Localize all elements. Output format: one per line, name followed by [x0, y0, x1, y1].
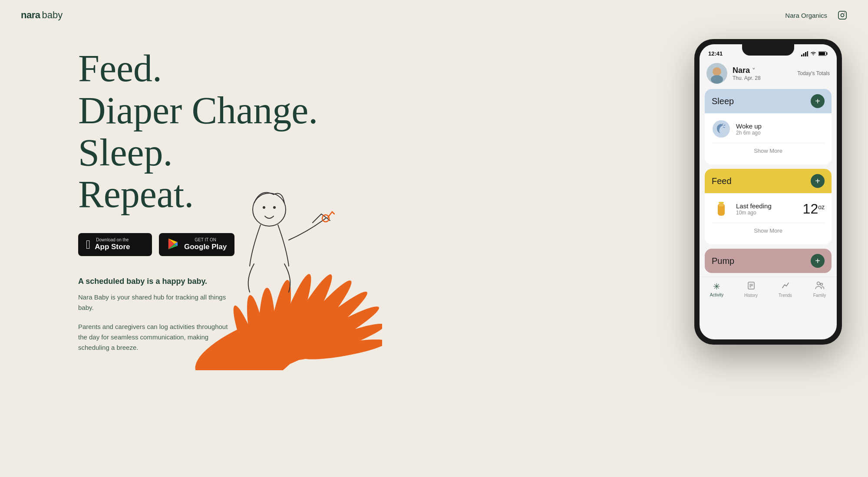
- feed-entry-text: Last feeding 10m ago: [736, 202, 798, 216]
- svg-point-31: [711, 75, 723, 84]
- google-play-text: GET IT ON Google Play: [184, 238, 227, 252]
- svg-rect-24: [803, 53, 805, 56]
- signal-icon: [801, 51, 808, 56]
- svg-rect-28: [819, 52, 825, 55]
- baby-name: Nara ˅: [733, 66, 797, 75]
- phone-mockup: 12:41: [694, 39, 842, 345]
- history-label: History: [744, 293, 758, 298]
- wifi-icon: [810, 51, 816, 56]
- store-buttons:  Download on the App Store: [78, 233, 330, 256]
- sleep-entry-text: Woke up 2h 6m ago: [736, 122, 825, 136]
- google-play-button[interactable]: GET IT ON Google Play: [159, 233, 234, 256]
- left-section: Feed. Diaper Change. Sleep. Repeat.  Do…: [78, 30, 330, 362]
- description1: Nara Baby is your shared hub for trackin…: [78, 292, 234, 313]
- svg-point-1: [841, 13, 844, 16]
- feed-add-button[interactable]: +: [811, 174, 825, 188]
- family-icon: [815, 281, 825, 292]
- pump-add-button[interactable]: +: [811, 254, 825, 268]
- bottle-icon: [712, 199, 731, 218]
- feed-card-header: Feed +: [705, 169, 832, 193]
- nav-right: Nara Organics: [785, 10, 847, 20]
- sleep-add-button[interactable]: +: [811, 94, 825, 108]
- feed-entry: Last feeding 10m ago 12 oz: [712, 199, 825, 218]
- svg-point-35: [719, 204, 724, 207]
- pump-card: Pump +: [705, 249, 832, 273]
- logo[interactable]: nara baby: [21, 10, 63, 21]
- sleep-card: Sleep +: [705, 89, 832, 164]
- phone-screen: 12:41: [700, 44, 837, 339]
- family-label: Family: [813, 293, 826, 298]
- navbar: nara baby Nara Organics: [0, 0, 868, 30]
- sleep-card-title: Sleep: [712, 96, 734, 106]
- status-icons: [801, 51, 828, 56]
- svg-rect-25: [805, 52, 806, 56]
- nav-trends[interactable]: Trends: [772, 281, 799, 298]
- app-header-info: Nara ˅ Thu. Apr. 28: [733, 66, 797, 81]
- feed-card-title: Feed: [712, 176, 732, 186]
- svg-rect-0: [838, 11, 846, 19]
- feed-card-body: Last feeding 10m ago 12 oz Show More: [705, 193, 832, 244]
- main-content: Feed. Diaper Change. Sleep. Repeat.  Do…: [0, 30, 868, 362]
- app-bottom-nav: ✳ Activity History: [700, 276, 837, 300]
- activity-label: Activity: [710, 293, 724, 297]
- pump-card-title: Pump: [712, 256, 734, 266]
- app-store-text: Download on the App Store: [95, 238, 130, 252]
- google-play-icon: [167, 237, 180, 252]
- nav-family[interactable]: Family: [807, 281, 833, 298]
- description2: Parents and caregivers can log activitie…: [78, 322, 234, 353]
- avatar: [706, 63, 727, 84]
- headline: Feed. Diaper Change. Sleep. Repeat.: [78, 48, 330, 216]
- svg-point-30: [713, 67, 721, 76]
- instagram-icon[interactable]: [838, 10, 847, 20]
- svg-rect-23: [801, 55, 802, 56]
- svg-rect-26: [807, 51, 809, 56]
- phone-frame: 12:41: [694, 39, 842, 345]
- nav-history[interactable]: History: [738, 281, 764, 298]
- sleep-icon: [712, 119, 731, 138]
- history-icon: [747, 281, 756, 292]
- sleep-entry: Woke up 2h 6m ago: [712, 119, 825, 138]
- status-time: 12:41: [708, 50, 723, 57]
- app-store-button[interactable]:  Download on the App Store: [78, 233, 152, 256]
- svg-point-40: [817, 282, 820, 285]
- svg-point-32: [713, 120, 730, 138]
- app-header: Nara ˅ Thu. Apr. 28 Today's Totals: [700, 59, 837, 89]
- phone-notch: [742, 44, 794, 56]
- feed-show-more[interactable]: Show More: [712, 223, 825, 238]
- app-cards: Sleep +: [700, 89, 837, 273]
- logo-nara: nara: [21, 10, 40, 21]
- sleep-show-more[interactable]: Show More: [712, 143, 825, 158]
- apple-icon: : [86, 239, 90, 251]
- nav-organics-link[interactable]: Nara Organics: [785, 12, 827, 19]
- svg-point-2: [844, 13, 845, 13]
- app-date: Thu. Apr. 28: [733, 75, 797, 81]
- trends-icon: [781, 281, 790, 292]
- pump-card-header: Pump +: [705, 249, 832, 273]
- sleep-card-body: Woke up 2h 6m ago Show More: [705, 113, 832, 164]
- feed-entry-value: 12 oz: [803, 201, 825, 217]
- activity-icon: ✳: [713, 281, 720, 292]
- sleep-card-header: Sleep +: [705, 89, 832, 113]
- battery-icon: [818, 51, 828, 56]
- tagline: A scheduled baby is a happy baby.: [78, 277, 330, 286]
- logo-baby: baby: [42, 10, 63, 21]
- trends-label: Trends: [779, 293, 792, 298]
- today-totals: Today's Totals: [797, 70, 830, 76]
- nav-activity[interactable]: ✳ Activity: [704, 281, 730, 298]
- svg-point-41: [820, 283, 822, 286]
- svg-rect-33: [719, 202, 724, 204]
- feed-card: Feed +: [705, 169, 832, 244]
